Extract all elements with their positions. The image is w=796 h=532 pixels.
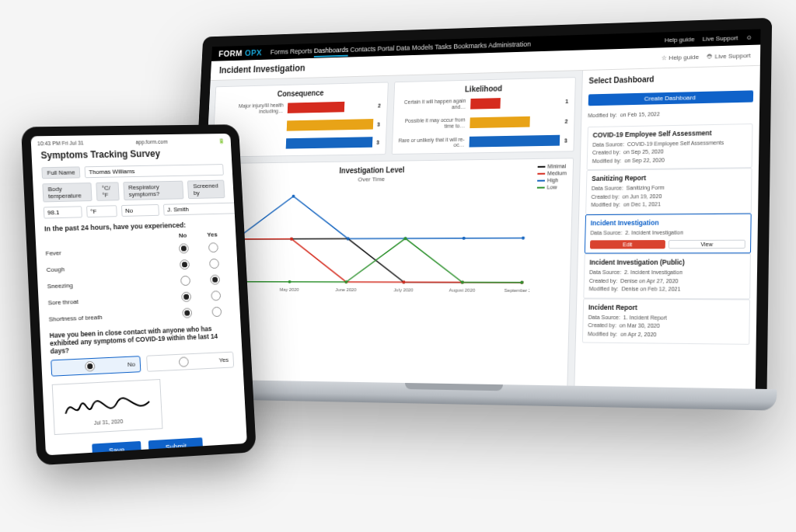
svg-point-18 <box>463 237 466 240</box>
svg-point-21 <box>288 280 292 283</box>
svg-point-19 <box>522 237 525 240</box>
full-name-label: Full Name <box>41 166 81 179</box>
investigation-chart: April 2020May 2020June 2020July 2020Augu… <box>211 184 532 301</box>
bar-row: 3 <box>219 119 380 133</box>
submit-button[interactable]: Submit <box>148 437 204 456</box>
resp-label: Respiratory symptoms? <box>123 181 184 200</box>
legend-low: Low <box>537 184 566 190</box>
contact-yes-option[interactable]: Yes <box>146 352 234 372</box>
svg-text:September 2020: September 2020 <box>504 288 533 294</box>
sidebar-heading: Select Dashboard <box>588 72 753 85</box>
svg-text:June 2020: June 2020 <box>335 287 357 292</box>
nav-administration[interactable]: Administration <box>488 40 531 49</box>
symptom-yes-radio[interactable] <box>198 242 229 255</box>
symptom-label: Fever <box>45 246 169 257</box>
nav-bookmarks[interactable]: Bookmarks <box>453 42 487 50</box>
symptom-yes-radio[interactable] <box>199 258 229 270</box>
dash-item[interactable]: Incident Investigation (Public)Data Sour… <box>583 253 751 299</box>
nav-tasks[interactable]: Tasks <box>435 43 452 50</box>
nav-contacts[interactable]: Contacts <box>350 45 375 54</box>
unit-input[interactable] <box>86 205 117 217</box>
dash-item[interactable]: Sanitizing ReportData Source: Sanitizing… <box>585 168 752 214</box>
screened-input[interactable] <box>163 202 249 215</box>
symptom-yes-radio[interactable] <box>201 290 231 303</box>
unit-label: °C/°F <box>96 182 120 200</box>
signature-date: Jul 31, 2020 <box>94 418 124 425</box>
nav-reports[interactable]: Reports <box>290 47 312 55</box>
likelihood-title: Likelihood <box>400 82 569 95</box>
nav-forms[interactable]: Forms <box>271 48 288 56</box>
dash-view-button[interactable]: View <box>669 240 745 249</box>
page-title: Incident Investigation <box>219 63 305 75</box>
symptom-label: Sore throat <box>47 295 171 307</box>
col-no: No <box>168 231 198 239</box>
dash-edit-button[interactable]: Edit <box>590 240 665 249</box>
investigation-legend: MinimalMediumHighLow <box>532 163 567 381</box>
form-title: Symptoms Tracking Survey <box>40 148 222 162</box>
symptom-yes-radio[interactable] <box>201 306 232 318</box>
dash-item[interactable]: COVID-19 Employee Self AssessmentData So… <box>587 123 753 170</box>
screened-label: Screened by <box>187 180 225 200</box>
consequence-title: Consequence <box>222 87 382 99</box>
contact-no-option[interactable]: No <box>51 356 141 377</box>
live-support-icon[interactable]: ⛑ Live Support <box>707 51 751 60</box>
svg-text:July 2020: July 2020 <box>393 287 414 292</box>
dashboard-sidebar: Select Dashboard Create Dashboard Modifi… <box>574 66 760 397</box>
save-button[interactable]: Save <box>92 441 141 460</box>
dash-item[interactable]: Incident InvestigationData Source: 2. In… <box>585 213 752 253</box>
temp-label: Body temperature <box>42 183 93 202</box>
symptom-no-radio[interactable] <box>170 275 201 287</box>
symptom-label: Sneezing <box>47 279 170 290</box>
investigation-card: Investigation Level Over Time April 2020… <box>201 158 574 387</box>
tablet-device: 10:43 PM Fri Jul 31 app.form.com 🔋 Sympt… <box>21 124 257 465</box>
legend-medium: Medium <box>537 170 566 176</box>
create-dashboard-button[interactable]: Create Dashboard <box>588 90 753 106</box>
help-guide-icon[interactable]: ☆ Help guide <box>662 53 699 61</box>
survey-form: 10:43 PM Fri Jul 31 app.form.com 🔋 Sympt… <box>30 134 247 465</box>
legend-high: High <box>537 177 566 183</box>
bar-row: Certain it will happen again and… 1 <box>400 96 569 111</box>
live-support-link[interactable]: Live Support <box>703 34 738 42</box>
svg-point-25 <box>520 281 523 284</box>
symptom-no-radio[interactable] <box>169 259 200 272</box>
user-icon[interactable]: ☺ <box>746 33 753 40</box>
legend-minimal: Minimal <box>538 163 567 169</box>
signature-box[interactable]: Jul 31, 2020 <box>52 379 163 435</box>
symptom-no-radio[interactable] <box>172 308 202 320</box>
nav-data-models[interactable]: Data Models <box>396 43 434 52</box>
question-contact: Have you been in close contact with anyo… <box>49 324 232 355</box>
symptom-label: Shortness of breath <box>48 311 172 322</box>
full-name-input[interactable] <box>85 164 224 178</box>
nav-portal[interactable]: Portal <box>377 44 394 52</box>
laptop-screen: FORM OPX Forms Reports Dashboards Contac… <box>185 18 773 409</box>
bar-row: Possible it may occur from time to… 2 <box>399 115 568 130</box>
temp-input[interactable] <box>44 206 82 218</box>
dash-item[interactable]: Incident ReportData Source: 1. Incident … <box>582 298 750 345</box>
symptom-label: Cough <box>46 263 169 273</box>
bar-row: Rare or unlikely that it will re-oc… 3 <box>398 134 567 149</box>
svg-text:August 2020: August 2020 <box>449 288 477 293</box>
col-yes: Yes <box>197 231 227 238</box>
likelihood-card: Likelihood Certain it will happen again … <box>391 77 576 155</box>
nav-dashboards[interactable]: Dashboards <box>313 46 348 57</box>
current-dash-meta: Modified by: on Feb 15, 2022 <box>588 109 753 120</box>
bar-row: 3 <box>218 137 379 150</box>
symptom-no-radio[interactable] <box>168 243 198 256</box>
resp-input[interactable] <box>121 204 159 217</box>
svg-text:May 2020: May 2020 <box>279 287 299 292</box>
symptom-yes-radio[interactable] <box>200 274 230 287</box>
brand-logo: FORM OPX <box>218 48 262 58</box>
dashboard-app: FORM OPX Forms Reports Dashboards Contac… <box>195 29 761 397</box>
symptom-no-radio[interactable] <box>171 291 201 304</box>
tablet-statusbar: 10:43 PM Fri Jul 31 app.form.com 🔋 <box>37 138 225 147</box>
tablet-screen: 10:43 PM Fri Jul 31 app.form.com 🔋 Sympt… <box>21 124 257 465</box>
bar-row: Major injury/Ill health including… 2 <box>221 100 382 115</box>
help-link[interactable]: Help guide <box>665 36 695 43</box>
